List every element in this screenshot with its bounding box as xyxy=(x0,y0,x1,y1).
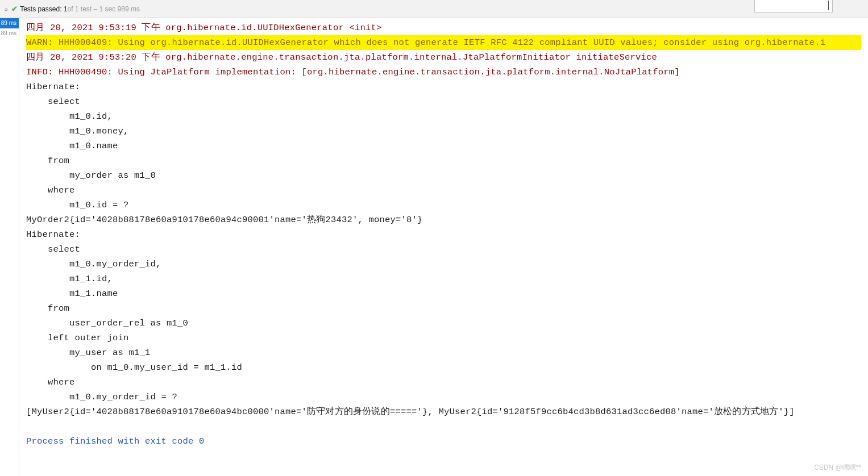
console-line: 四月 20, 2021 9:53:20 下午 org.hibernate.eng… xyxy=(26,50,861,65)
test-node[interactable]: 89 ms xyxy=(0,28,19,39)
console-line: where xyxy=(26,375,861,390)
test-node-selected[interactable]: 89 ms xyxy=(0,18,19,28)
console-line: 四月 20, 2021 9:53:19 下午 org.hibernate.id.… xyxy=(26,20,861,35)
console-line: my_user as m1_1 xyxy=(26,345,861,360)
console-line: m1_1.id, xyxy=(26,272,861,286)
console-line: select xyxy=(26,242,861,257)
console-line: m1_0.my_order_id = ? xyxy=(26,390,861,404)
console-line: m1_1.name xyxy=(26,286,861,301)
test-tree-sidebar[interactable]: 89 ms 89 ms xyxy=(0,18,19,476)
console-output[interactable]: 四月 20, 2021 9:53:19 下午 org.hibernate.id.… xyxy=(19,18,868,476)
console-line: WARN: HHH000409: Using org.hibernate.id.… xyxy=(26,35,861,50)
tests-passed-count: Tests passed: 1 xyxy=(20,5,67,13)
console-line: m1_0.id = ? xyxy=(26,198,861,212)
console-line: from xyxy=(26,153,861,168)
tests-total-summary: of 1 test – 1 sec 989 ms xyxy=(68,5,140,13)
console-line: my_order as m1_0 xyxy=(26,168,861,183)
test-status-bar: » ✔ Tests passed: 1 of 1 test – 1 sec 98… xyxy=(0,0,868,18)
console-line: user_order_rel as m1_0 xyxy=(26,316,861,331)
console-line: where xyxy=(26,183,861,198)
console-line: Process finished with exit code 0 xyxy=(26,434,861,449)
watermark-text: CSDN @嘿嘿** xyxy=(814,463,861,473)
console-line xyxy=(26,419,861,434)
search-input[interactable] xyxy=(754,0,833,12)
console-line: m1_0.money, xyxy=(26,124,861,139)
console-line: select xyxy=(26,94,861,109)
console-line: m1_0.id, xyxy=(26,109,861,124)
console-line: on m1_0.my_user_id = m1_1.id xyxy=(26,360,861,375)
console-line: m1_0.name xyxy=(26,139,861,153)
console-line: MyOrder2{id='4028b88178e60a910178e60a94c… xyxy=(26,212,861,227)
console-line: m1_0.my_order_id, xyxy=(26,257,861,272)
console-line: INFO: HHH000490: Using JtaPlatform imple… xyxy=(26,65,861,80)
console-line: left outer join xyxy=(26,331,861,345)
expand-icon[interactable]: » xyxy=(5,6,8,12)
console-line: Hibernate: xyxy=(26,80,861,94)
console-line: from xyxy=(26,301,861,316)
console-line: [MyUser2{id='4028b88178e60a910178e60a94b… xyxy=(26,404,861,419)
check-icon: ✔ xyxy=(11,5,18,13)
console-line: Hibernate: xyxy=(26,227,861,242)
